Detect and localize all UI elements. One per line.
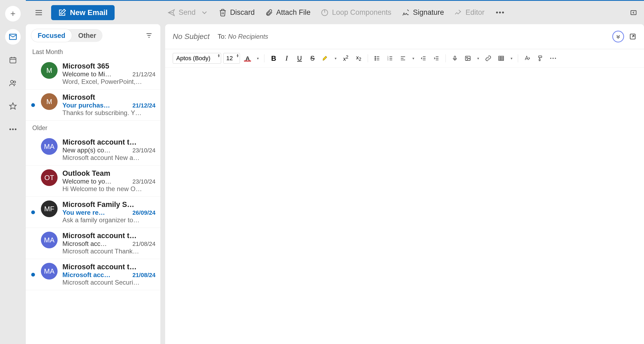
loop-components-button[interactable]: Loop Components bbox=[318, 7, 394, 18]
number-list-button[interactable]: 123 bbox=[385, 53, 395, 64]
hamburger-menu-button[interactable] bbox=[31, 8, 46, 17]
expand-header-button[interactable] bbox=[612, 31, 624, 42]
svg-point-11 bbox=[15, 128, 16, 130]
avatar: OT bbox=[41, 169, 58, 186]
email-subject: Welcome to Mi… bbox=[62, 70, 130, 78]
avatar: M bbox=[41, 62, 58, 79]
send-icon bbox=[167, 9, 175, 17]
underline-button[interactable]: U bbox=[294, 53, 305, 64]
more-nav-button[interactable] bbox=[5, 121, 21, 137]
svg-point-6 bbox=[10, 80, 13, 83]
left-rail bbox=[0, 0, 26, 344]
align-button[interactable] bbox=[398, 53, 408, 64]
email-item[interactable]: MA Microsoft account t… Microsoft acc… 2… bbox=[26, 259, 160, 290]
email-sender: Microsoft Family S… bbox=[62, 200, 155, 209]
superscript-button[interactable]: x2 bbox=[340, 53, 351, 64]
svg-point-45 bbox=[466, 57, 468, 58]
compose-subject[interactable]: No Subject bbox=[173, 32, 210, 41]
tab-focused[interactable]: Focused bbox=[31, 29, 72, 42]
avatar: MA bbox=[41, 232, 58, 248]
send-label: Send bbox=[179, 8, 196, 17]
strikethrough-button[interactable]: S bbox=[307, 53, 318, 64]
avatar: MA bbox=[41, 263, 58, 280]
email-subject: Microsoft acc… bbox=[62, 271, 130, 279]
more-toolbar-button[interactable]: ••• bbox=[492, 8, 508, 17]
highlight-button[interactable] bbox=[320, 53, 331, 64]
table-dropdown[interactable]: ▾ bbox=[509, 53, 514, 64]
top-toolbar: New Email Send Discard Attach File Loop … bbox=[26, 0, 644, 24]
new-email-button[interactable]: New Email bbox=[51, 5, 115, 20]
email-subject: Microsoft acc… bbox=[62, 240, 130, 248]
insert-image-button[interactable] bbox=[462, 53, 473, 64]
email-date: 21/12/24 bbox=[132, 71, 155, 78]
avatar: M bbox=[41, 93, 58, 110]
section-last-month: Last Month bbox=[26, 45, 160, 58]
compose-body[interactable] bbox=[165, 68, 644, 344]
email-preview: Word, Excel, PowerPoint,… bbox=[62, 78, 155, 85]
dictate-button[interactable] bbox=[450, 53, 460, 64]
image-dropdown[interactable]: ▾ bbox=[475, 53, 481, 64]
new-item-button[interactable] bbox=[5, 6, 21, 22]
email-preview: Thanks for subscribing. Y… bbox=[62, 109, 155, 117]
format-painter-button[interactable] bbox=[535, 53, 546, 64]
email-item[interactable]: OT Outlook Team Welcome to yo… 23/10/24 … bbox=[26, 166, 160, 197]
email-date: 21/08/24 bbox=[132, 272, 155, 279]
bullet-list-button[interactable] bbox=[372, 53, 383, 64]
font-color-button[interactable]: A bbox=[242, 53, 253, 64]
indent-button[interactable] bbox=[431, 53, 442, 64]
signature-label: Signature bbox=[413, 8, 444, 17]
email-preview: Microsoft account New a… bbox=[62, 154, 155, 162]
attach-file-button[interactable]: Attach File bbox=[262, 7, 313, 18]
email-item[interactable]: MA Microsoft account t… Microsoft acc… 2… bbox=[26, 228, 160, 259]
svg-text:3: 3 bbox=[387, 59, 388, 61]
people-nav-button[interactable] bbox=[5, 75, 21, 91]
chevron-down-icon bbox=[200, 9, 208, 17]
avatar: MA bbox=[41, 138, 58, 155]
collapse-ribbon-button[interactable] bbox=[628, 9, 639, 16]
highlight-dropdown[interactable]: ▾ bbox=[333, 53, 338, 64]
favorites-nav-button[interactable] bbox=[5, 98, 21, 114]
popout-button[interactable] bbox=[629, 33, 636, 40]
email-item[interactable]: MF Microsoft Family S… You were re… 26/0… bbox=[26, 197, 160, 228]
discard-button[interactable]: Discard bbox=[216, 7, 257, 18]
align-dropdown[interactable]: ▾ bbox=[411, 53, 416, 64]
outdent-button[interactable] bbox=[418, 53, 429, 64]
insert-link-button[interactable] bbox=[483, 53, 494, 64]
unread-indicator bbox=[31, 103, 35, 107]
calendar-nav-button[interactable] bbox=[5, 52, 21, 68]
filter-button[interactable] bbox=[143, 30, 155, 41]
chevron-double-down-icon bbox=[615, 34, 621, 40]
compose-pane: No Subject To: No Recipients bbox=[165, 24, 644, 344]
compose-icon bbox=[58, 9, 66, 17]
avatar: MF bbox=[41, 200, 58, 217]
svg-point-52 bbox=[550, 58, 551, 59]
email-sender: Outlook Team bbox=[62, 169, 155, 178]
svg-point-24 bbox=[375, 58, 376, 59]
more-format-button[interactable] bbox=[548, 53, 558, 64]
email-date: 21/08/24 bbox=[132, 241, 155, 248]
font-size-select[interactable]: 12 ▴▾ bbox=[223, 53, 240, 64]
send-button[interactable]: Send bbox=[165, 7, 211, 18]
editor-button[interactable]: Editor bbox=[451, 7, 487, 18]
svg-point-53 bbox=[553, 58, 554, 59]
mail-nav-button[interactable] bbox=[5, 29, 21, 45]
paperclip-icon bbox=[265, 9, 273, 17]
tab-other[interactable]: Other bbox=[72, 29, 103, 42]
insert-table-button[interactable] bbox=[496, 53, 507, 64]
bold-button[interactable]: B bbox=[268, 53, 279, 64]
styles-button[interactable] bbox=[522, 53, 533, 64]
italic-button[interactable]: I bbox=[281, 53, 292, 64]
font-family-select[interactable]: Aptos (Body) ▴▾ bbox=[173, 53, 221, 64]
email-item[interactable]: M Microsoft 365 Welcome to Mi… 21/12/24 … bbox=[26, 58, 160, 89]
signature-icon bbox=[402, 9, 410, 17]
email-date: 26/09/24 bbox=[132, 209, 155, 216]
inbox-tabs: Focused Other bbox=[31, 29, 102, 42]
signature-button[interactable]: Signature bbox=[399, 7, 447, 18]
font-color-dropdown[interactable]: ▾ bbox=[255, 53, 260, 64]
compose-recipients[interactable]: To: No Recipients bbox=[218, 33, 268, 40]
email-subject: New app(s) co… bbox=[62, 146, 130, 154]
unread-indicator bbox=[31, 210, 35, 214]
email-item[interactable]: M Microsoft Your purchas… 21/12/24 Thank… bbox=[26, 89, 160, 121]
subscript-button[interactable]: x2 bbox=[353, 53, 364, 64]
email-item[interactable]: MA Microsoft account t… New app(s) co… 2… bbox=[26, 134, 160, 166]
